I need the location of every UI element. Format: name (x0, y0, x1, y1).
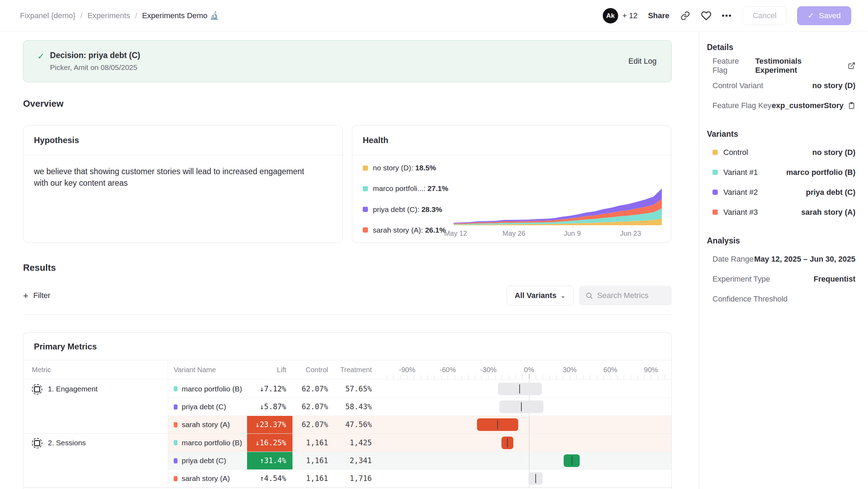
axis-minor-tick (583, 375, 584, 379)
saved-button[interactable]: ✓ Saved (797, 6, 851, 25)
health-chart: May 12May 26Jun 9Jun 23 (454, 155, 671, 243)
variant-label: Variant #2 (723, 188, 758, 197)
health-x-axis: May 12May 26Jun 9Jun 23 (454, 226, 662, 238)
copy-clipboard-icon[interactable] (848, 102, 855, 109)
axis-minor-tick (495, 375, 496, 379)
x-axis-label: Jun 9 (564, 229, 581, 238)
decision-banner: ✓ Decision: priya debt (C) Picker, Amit … (23, 40, 672, 82)
treatment-value: 1,425 (334, 434, 378, 452)
metric-cell[interactable]: 1. Engagement (23, 380, 168, 433)
variant-row: Variant #3sarah story (A) (707, 202, 855, 222)
legend-item: no story (D): 18.5% (363, 164, 454, 172)
axis-minor-tick (603, 375, 604, 379)
axis-minor-tick (502, 375, 502, 379)
control-variant-row: Control Variant no story (D) (707, 76, 855, 95)
hypothesis-title: Hypothesis (23, 126, 342, 155)
axis-minor-tick (461, 375, 462, 379)
avatar[interactable]: Ak (603, 8, 618, 23)
variants-section: Variants Controlno story (D)Variant #1ma… (707, 129, 855, 222)
add-metric-button[interactable]: + Add (23, 488, 671, 489)
lift-value: ↓5.87% (247, 398, 292, 416)
confidence-interval-cell (387, 470, 671, 487)
variant-color-chip (713, 210, 718, 215)
variant-color-chip (713, 150, 718, 155)
variant-label: Variant #3 (723, 208, 758, 217)
control-variant-label: Control Variant (713, 81, 763, 90)
axis-minor-tick (549, 375, 550, 379)
variant-name: marco portfolio (B) (182, 439, 242, 447)
breadcrumb-project[interactable]: Fixpanel {demo} (20, 11, 75, 20)
variant-color-chip (174, 458, 178, 463)
variant-value: no story (D) (812, 148, 855, 157)
x-axis-label: Jun 23 (620, 229, 641, 238)
external-link-icon[interactable] (848, 62, 855, 70)
confidence-interval-cell (387, 416, 671, 433)
variant-color-chip (174, 404, 178, 410)
experiment-type-row: Experiment Type Frequentist (707, 269, 855, 289)
search-input[interactable] (597, 291, 664, 300)
results-heading: Results (23, 262, 672, 273)
edit-log-button[interactable]: Edit Log (628, 57, 657, 66)
filter-label: Filter (33, 291, 50, 300)
column-header-lift: Lift (247, 360, 292, 380)
variant-rows: marco portfolio (B)↓7.12%62.07%57.65%pri… (168, 380, 671, 433)
table-row[interactable]: priya debt (C)↑31.4%1,1612,341 (168, 452, 671, 469)
lift-value: ↑31.4% (247, 452, 292, 469)
date-range-row: Date Range May 12, 2025 – Jun 30, 2025 (707, 249, 855, 269)
more-menu-button[interactable]: ••• (722, 11, 732, 20)
variant-label: Control (723, 148, 748, 157)
legend-item: marco portfoli...: 27.1% (363, 184, 454, 193)
table-row[interactable]: sarah story (A)↓23.37%62.07%47.56% (168, 416, 671, 433)
variant-value: marco portfolio (B) (786, 168, 855, 177)
health-title: Health (352, 126, 671, 155)
table-row[interactable]: priya debt (C)↓5.87%62.07%58.43% (168, 398, 671, 416)
top-bar: Fixpanel {demo} / Experiments / Experime… (0, 0, 868, 31)
add-filter-button[interactable]: + Filter (23, 290, 50, 301)
breadcrumb-experiments[interactable]: Experiments (87, 11, 130, 20)
lift-point-marker (497, 420, 498, 429)
axis-minor-tick (658, 375, 658, 379)
axis-minor-tick (665, 375, 665, 379)
analysis-heading: Analysis (707, 236, 855, 246)
date-range-label: Date Range (713, 255, 753, 264)
axis-minor-tick (651, 375, 651, 379)
copy-link-icon[interactable] (680, 10, 690, 21)
experiment-type-value: Frequentist (813, 275, 855, 284)
collaborators-count[interactable]: + 12 (622, 11, 637, 20)
variant-color-chip (713, 170, 718, 175)
lift-axis-label: -60% (440, 366, 456, 374)
table-row[interactable]: sarah story (A)↑4.54%1,1611,716 (168, 469, 671, 487)
axis-minor-tick (644, 375, 644, 379)
column-header-treatment: Treatment (334, 360, 378, 380)
table-row[interactable]: marco portfolio (B)↓16.25%1,1611,425 (168, 434, 671, 452)
section-divider (23, 314, 672, 315)
hypothesis-card: Hypothesis we believe that showing custo… (23, 125, 343, 243)
right-sidebar: Details Feature Flag Testimonials Experi… (699, 31, 868, 489)
legend-label: priya debt (C): 28.3% (373, 205, 442, 214)
analysis-section: Analysis Date Range May 12, 2025 – Jun 3… (707, 236, 855, 309)
control-value: 62.07% (292, 416, 334, 433)
axis-minor-tick (577, 375, 577, 379)
variants-dropdown[interactable]: All Variants ⌄ (507, 286, 573, 305)
main-content: ✓ Decision: priya debt (C) Picker, Amit … (0, 31, 699, 489)
column-header-control: Control (292, 360, 334, 380)
confidence-interval-cell (387, 452, 671, 469)
lift-value: ↑4.54% (247, 470, 292, 487)
share-button[interactable]: Share (648, 11, 669, 20)
axis-minor-tick (468, 375, 469, 379)
date-range-value: May 12, 2025 – Jun 30, 2025 (754, 255, 855, 264)
table-row[interactable]: marco portfolio (B)↓7.12%62.07%57.65% (168, 380, 671, 398)
legend-label: no story (D): 18.5% (373, 164, 436, 172)
metric-cell[interactable]: 2. Sessions (23, 434, 168, 487)
metrics-search[interactable] (579, 286, 672, 305)
chevron-down-icon: ⌄ (561, 292, 565, 299)
favorite-heart-icon[interactable] (701, 10, 711, 21)
treatment-value: 47.56% (334, 416, 378, 433)
lift-point-marker (519, 384, 520, 394)
variant-row: Controlno story (D) (707, 142, 855, 162)
cancel-button[interactable]: Cancel (743, 6, 787, 25)
health-card: Health no story (D): 18.5%marco portfoli… (352, 125, 671, 243)
legend-label: marco portfoli...: 27.1% (373, 184, 448, 193)
variant-name: priya debt (C) (182, 403, 226, 411)
treatment-value: 57.65% (334, 380, 378, 398)
